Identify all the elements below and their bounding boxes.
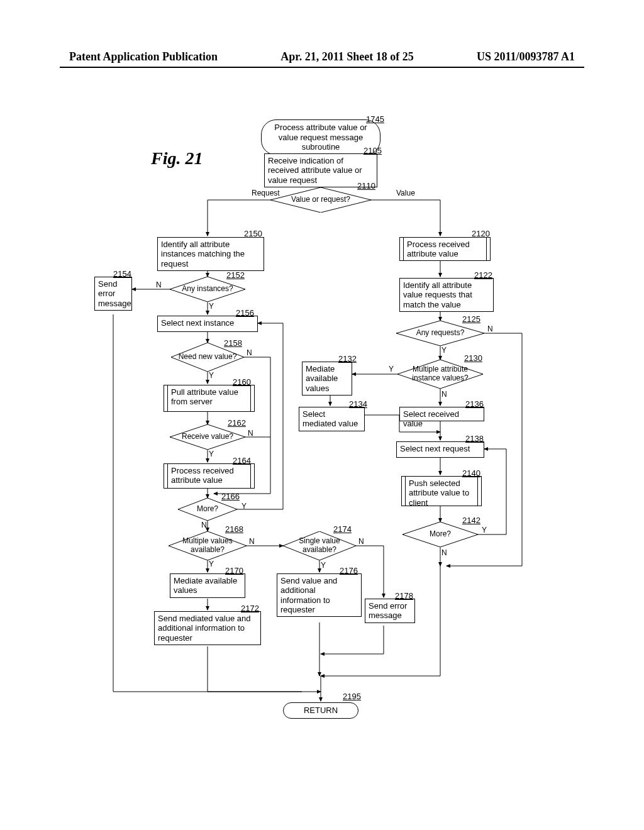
text-2120: Process received attribute value (407, 240, 470, 258)
text-2170: Mediate available values (174, 576, 237, 595)
yn-2142n: N (441, 548, 447, 557)
text-2160: Pull attribute value from server (171, 387, 238, 406)
text-2134: Select mediated value (303, 409, 358, 428)
text-2162: Receive value? (177, 433, 238, 441)
ref-2132: 2132 (338, 354, 357, 363)
node-2140: Push selected attribute value to client (401, 476, 482, 506)
node-2125: Any requests? (396, 321, 484, 346)
text-start: Process attribute value or value request… (274, 123, 367, 152)
ref-2156: 2156 (236, 308, 254, 318)
node-2150: Identify all attribute instances matchin… (157, 237, 264, 271)
ref-2110: 2110 (357, 181, 375, 191)
ref-2168: 2168 (225, 524, 243, 534)
yn-2125y: Y (441, 346, 447, 355)
node-2122: Identify all attribute value requests th… (399, 278, 494, 312)
ref-2122: 2122 (474, 270, 492, 280)
node-2176: Send value and additional information to… (277, 573, 362, 617)
yn-2152y: Y (209, 302, 214, 311)
text-2174: Single value available? (291, 537, 349, 555)
node-2142: More? (402, 522, 478, 547)
ref-2125: 2125 (462, 314, 480, 324)
text-2168: Multiple values available? (176, 537, 238, 555)
text-2110: Value or request? (280, 196, 361, 204)
text-2178: Send error message (369, 601, 407, 620)
node-2120: Process received attribute value (399, 237, 491, 261)
node-2110: Value or request? (270, 187, 371, 213)
ref-2178: 2178 (395, 591, 413, 600)
ref-2158: 2158 (224, 338, 242, 348)
ref-2176: 2176 (340, 566, 358, 575)
ref-2162: 2162 (228, 418, 246, 428)
ref-2195: 2195 (343, 692, 361, 701)
text-2122: Identify all attribute value requests th… (403, 280, 472, 309)
text-2154: Send error message (98, 279, 131, 308)
text-2130: Multiple attribute instance values? (406, 365, 475, 383)
yn-2162n: N (248, 429, 253, 438)
node-2156: Select next instance (157, 316, 258, 332)
yn-2168n: N (249, 537, 255, 546)
yn-2158n: N (247, 348, 252, 357)
node-2164: Process received attribute value (164, 463, 255, 489)
text-2156: Select next instance (161, 318, 234, 328)
ref-2164: 2164 (233, 456, 251, 465)
label-value: Value (396, 189, 415, 197)
yn-2166n: N (201, 521, 207, 529)
ref-2138: 2138 (465, 434, 484, 443)
text-2176: Send value and additional information to… (280, 576, 337, 614)
ref-2136: 2136 (465, 399, 484, 409)
text-2138: Select next request (400, 444, 470, 453)
node-2170: Mediate available values (170, 573, 245, 598)
ref-2120: 2120 (472, 229, 490, 238)
ref-2170: 2170 (225, 566, 243, 575)
ref-2154: 2154 (113, 269, 131, 279)
text-2164: Process received attribute value (171, 466, 234, 485)
ref-2172: 2172 (241, 604, 259, 613)
yn-2130y: Y (389, 365, 394, 374)
ref-2105: 2105 (364, 146, 382, 155)
ref-2160: 2160 (233, 377, 251, 387)
ref-2142: 2142 (462, 516, 480, 525)
text-2125: Any requests? (405, 329, 475, 338)
node-2162: Receive value? (170, 424, 245, 450)
ref-1745: 1745 (366, 114, 384, 124)
yn-2130n: N (441, 390, 447, 399)
node-2152: Any instances? (170, 277, 245, 302)
page-header: Patent Application Publication Apr. 21, … (0, 50, 644, 64)
label-request: Request (252, 189, 280, 197)
text-2158: Need new value? (179, 353, 237, 362)
text-2152: Any instances? (177, 285, 238, 294)
yn-2125n: N (487, 324, 493, 333)
node-2134: Select mediated value (299, 407, 365, 431)
yn-2166y: Y (242, 502, 247, 511)
ref-2152: 2152 (226, 270, 245, 280)
node-2136: Select received value (399, 407, 484, 421)
node-2154: Send error message (94, 277, 132, 311)
ref-2130: 2130 (464, 353, 482, 363)
page: Patent Application Publication Apr. 21, … (0, 0, 644, 830)
text-2142: More? (410, 530, 470, 539)
yn-2152n: N (156, 280, 162, 289)
node-start: Process attribute value or value request… (261, 119, 380, 155)
ref-2134: 2134 (349, 399, 367, 409)
text-2105: Receive indication of received attribute… (268, 156, 362, 185)
text-2150: Identify all attribute instances matchin… (161, 240, 245, 268)
ref-2174: 2174 (333, 524, 352, 534)
node-2172: Send mediated value and additional infor… (154, 611, 261, 645)
node-return: RETURN (283, 702, 358, 719)
yn-2142y: Y (482, 526, 487, 534)
header-right: US 2011/0093787 A1 (477, 50, 575, 64)
text-2166: More? (184, 505, 231, 514)
node-2138: Select next request (396, 441, 484, 458)
ref-2166: 2166 (221, 492, 240, 501)
flowchart: Process attribute value or value request… (82, 113, 560, 742)
node-2160: Pull attribute value from server (164, 385, 255, 412)
yn-2168y: Y (209, 560, 214, 568)
node-2130: Multiple attribute instance values? (397, 360, 483, 389)
ref-2150: 2150 (244, 229, 262, 238)
node-2166: More? (178, 498, 237, 521)
ref-2140: 2140 (462, 468, 480, 478)
node-2178: Send error message (365, 599, 415, 623)
node-2168: Multiple values available? (169, 531, 247, 560)
yn-2174n: N (358, 537, 364, 546)
header-left: Patent Application Publication (69, 50, 218, 64)
